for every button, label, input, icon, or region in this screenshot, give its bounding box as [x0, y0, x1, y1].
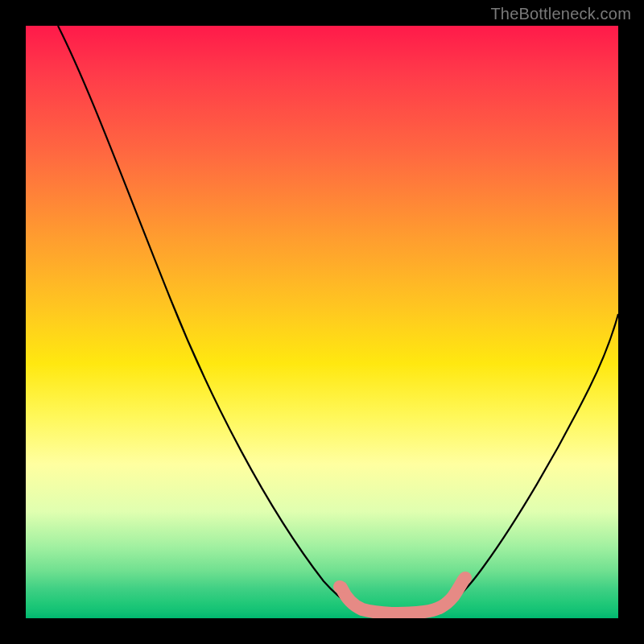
highlight-dot-left	[333, 580, 346, 593]
watermark-text: TheBottleneck.com	[490, 5, 631, 23]
curve-svg	[26, 26, 618, 618]
plot-area	[26, 26, 618, 618]
bottleneck-curve	[58, 26, 618, 613]
highlight-dot-right	[459, 572, 472, 584]
chart-container: TheBottleneck.com	[0, 0, 644, 644]
optimal-range-highlight	[341, 580, 464, 613]
